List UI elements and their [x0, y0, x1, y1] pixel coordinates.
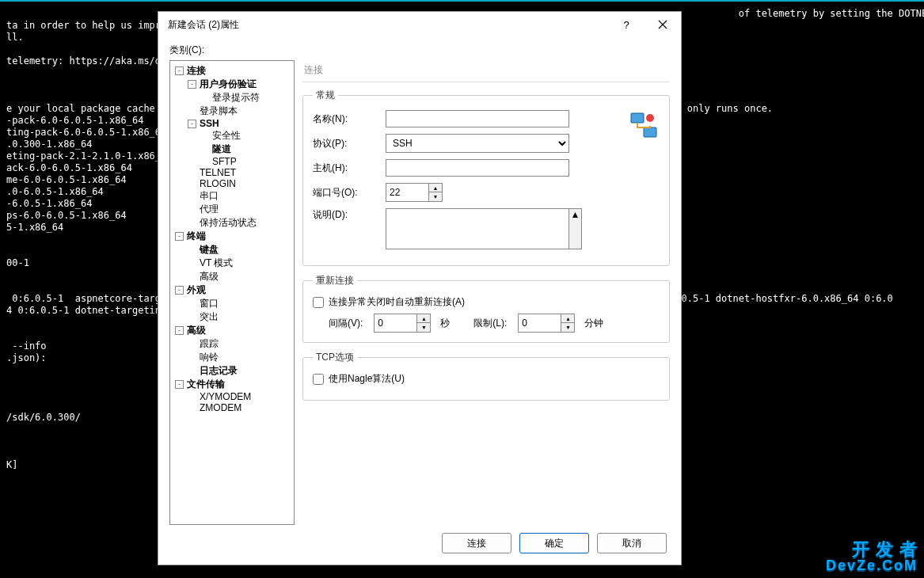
- tree-item[interactable]: SFTP: [172, 156, 292, 167]
- tree-item-label: 登录提示符: [211, 91, 261, 105]
- dialog-title: 新建会话 (2)属性: [168, 18, 608, 32]
- tree-toggle-icon[interactable]: -: [175, 232, 184, 241]
- tree-toggle-icon[interactable]: -: [175, 326, 184, 335]
- tree-item[interactable]: -文件传输: [172, 378, 292, 391]
- tree-branch-icon: [200, 131, 209, 140]
- tree-item[interactable]: -外观: [172, 283, 292, 297]
- tree-item[interactable]: ZMODEM: [172, 402, 292, 413]
- tree-branch-icon: [188, 205, 196, 214]
- tree-item-label: 窗口: [198, 297, 220, 310]
- tree-item[interactable]: VT 模式: [172, 257, 292, 270]
- tree-item[interactable]: 跟踪: [172, 337, 292, 351]
- tree-branch-icon: [188, 245, 196, 254]
- tree-item-label: SFTP: [211, 156, 238, 167]
- tree-item-label: SSH: [198, 118, 221, 129]
- help-button[interactable]: ?: [608, 12, 645, 37]
- cancel-button[interactable]: 取消: [597, 533, 667, 553]
- port-input[interactable]: [386, 183, 428, 202]
- general-group: 常规 名称(N): 协议(P): SSH: [302, 89, 670, 266]
- reconnect-checkbox[interactable]: [313, 297, 324, 308]
- tree-branch-icon: [188, 353, 196, 362]
- tree-toggle-icon[interactable]: -: [188, 120, 196, 128]
- port-spinner[interactable]: ▲▼: [428, 183, 443, 202]
- tree-item[interactable]: 代理: [172, 203, 292, 216]
- tree-branch-icon: [200, 145, 209, 154]
- tree-item-label: TELNET: [198, 167, 238, 178]
- tree-item[interactable]: -连接: [172, 64, 292, 78]
- name-label: 名称(N):: [313, 112, 386, 126]
- tree-toggle-icon[interactable]: -: [175, 67, 184, 75]
- host-input[interactable]: [386, 159, 569, 177]
- tree-item[interactable]: TELNET: [172, 167, 292, 178]
- tree-item-label: 键盘: [198, 243, 220, 257]
- watermark-line1: 开 发 者: [826, 542, 918, 557]
- desc-label: 说明(D):: [313, 208, 386, 222]
- tree-item-label: 终端: [185, 230, 207, 243]
- tree-item-label: RLOGIN: [198, 178, 238, 189]
- section-title: 连接: [302, 60, 670, 82]
- tree-item[interactable]: 保持活动状态: [172, 216, 292, 230]
- tree-toggle-icon[interactable]: -: [175, 286, 184, 295]
- close-button[interactable]: [645, 12, 681, 37]
- tree-item[interactable]: 登录提示符: [172, 91, 292, 105]
- tree-item[interactable]: 隧道: [172, 143, 292, 156]
- tree-item[interactable]: 键盘: [172, 243, 292, 257]
- tree-branch-icon: [188, 340, 196, 348]
- tree-branch-icon: [188, 169, 196, 177]
- tree-item-label: 隧道: [211, 143, 233, 156]
- tree-item[interactable]: X/YMODEM: [172, 391, 292, 402]
- scrollbar[interactable]: ▲: [569, 208, 582, 249]
- tree-item[interactable]: -SSH: [172, 118, 292, 129]
- tree-item[interactable]: 日志记录: [172, 364, 292, 378]
- svg-rect-0: [631, 113, 644, 123]
- tree-item-label: 用户身份验证: [198, 78, 258, 91]
- nagle-checkbox[interactable]: [313, 374, 324, 385]
- tree-item-label: VT 模式: [198, 257, 234, 270]
- tree-item-label: 安全性: [211, 129, 242, 143]
- tree-item-label: 高级: [198, 270, 220, 283]
- category-label: 类别(C):: [169, 44, 670, 57]
- protocol-select[interactable]: SSH: [386, 134, 569, 153]
- tree-toggle-icon[interactable]: -: [175, 380, 184, 389]
- tcp-group: TCP选项 使用Nagle算法(U): [302, 351, 670, 401]
- tree-item-label: 连接: [185, 64, 207, 78]
- tree-item[interactable]: -用户身份验证: [172, 78, 292, 91]
- tree-item[interactable]: 窗口: [172, 297, 292, 310]
- tree-item-label: 文件传输: [185, 378, 226, 391]
- category-tree[interactable]: -连接-用户身份验证登录提示符登录脚本-SSH安全性隧道SFTPTELNETRL…: [169, 60, 295, 525]
- svg-point-2: [646, 114, 654, 122]
- tree-item[interactable]: 登录脚本: [172, 105, 292, 118]
- tree-item-label: 代理: [198, 203, 220, 216]
- tree-branch-icon: [188, 107, 196, 116]
- interval-spinner[interactable]: ▲▼: [416, 314, 431, 333]
- limit-spinner[interactable]: ▲▼: [561, 314, 575, 333]
- ok-button[interactable]: 确定: [519, 533, 589, 553]
- tree-item[interactable]: -终端: [172, 230, 292, 243]
- tcp-legend: TCP选项: [313, 351, 357, 364]
- tree-item[interactable]: RLOGIN: [172, 178, 292, 189]
- tree-branch-icon: [188, 259, 196, 268]
- tree-item-label: 登录脚本: [198, 105, 239, 118]
- tree-item[interactable]: -高级: [172, 324, 292, 337]
- limit-input[interactable]: [518, 314, 561, 333]
- tree-item-label: ZMODEM: [198, 402, 243, 413]
- tree-branch-icon: [188, 313, 196, 321]
- tree-item-label: 突出: [198, 310, 220, 324]
- tree-branch-icon: [188, 404, 196, 413]
- connect-button[interactable]: 连接: [442, 533, 511, 553]
- tree-item-label: X/YMODEM: [198, 391, 253, 402]
- interval-input[interactable]: [374, 314, 416, 333]
- tree-item[interactable]: 响铃: [172, 351, 292, 364]
- desc-input[interactable]: [386, 208, 569, 249]
- tree-item[interactable]: 高级: [172, 270, 292, 283]
- name-input[interactable]: [386, 110, 569, 127]
- limit-label: 限制(L):: [473, 317, 507, 330]
- svg-rect-1: [644, 127, 656, 137]
- tree-item[interactable]: 安全性: [172, 129, 292, 143]
- tree-item[interactable]: 突出: [172, 310, 292, 324]
- protocol-label: 协议(P):: [313, 137, 386, 150]
- tree-toggle-icon[interactable]: -: [188, 80, 196, 89]
- tree-item-label: 串口: [198, 189, 220, 203]
- tree-item[interactable]: 串口: [172, 189, 292, 203]
- network-icon: [628, 110, 660, 142]
